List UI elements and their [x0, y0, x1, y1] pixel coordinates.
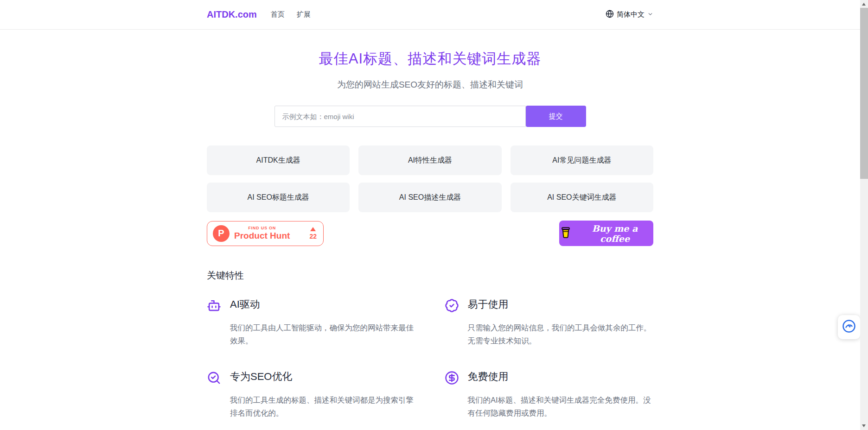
generator-buttons: AITDK生成器 AI特性生成器 AI常见问题生成器 AI SEO标题生成器 A… [207, 145, 653, 212]
extension-float-widget[interactable] [838, 315, 860, 339]
submit-button[interactable]: 提交 [526, 106, 586, 127]
hero-section: 最佳AI标题、描述和关键词生成器 为您的网站生成SEO友好的标题、描述和关键词 … [207, 49, 653, 246]
nav-item-extension[interactable]: 扩展 [297, 10, 311, 19]
badges-row: P FIND US ON Product Hunt 22 [207, 221, 653, 246]
scrollbar-thumb[interactable] [860, 8, 868, 179]
buy-me-a-coffee-label: Buy me a coffee [576, 223, 653, 244]
feature-easy-to-use: 易于使用 只需输入您的网站信息，我们的工具会做其余的工作。无需专业技术知识。 [445, 297, 654, 348]
features-grid: AI驱动 我们的工具由人工智能驱动，确保为您的网站带来最佳效果。 易于使用 只需… [207, 297, 653, 420]
feature-title: 免费使用 [468, 370, 654, 387]
feature-title: AI驱动 [230, 297, 416, 315]
feature-description: 只需输入您的网站信息，我们的工具会做其余的工作。无需专业技术知识。 [468, 321, 654, 348]
coffee-cup-icon [559, 226, 572, 241]
feature-title: 易于使用 [468, 297, 654, 315]
features-section: 关键特性 AI驱动 我们的工具由人工智能驱动，确保为您的网站带来最佳效果。 [207, 269, 653, 430]
product-hunt-badge[interactable]: P FIND US ON Product Hunt 22 [207, 221, 324, 246]
feature-seo-optimized: 专为SEO优化 我们的工具生成的标题、描述和关键词都是为搜索引擎排名而优化的。 [207, 370, 416, 420]
scrollbar-up-arrow-icon[interactable] [862, 3, 866, 6]
top-navbar: AITDK.com 首页 扩展 简体中文 [0, 0, 860, 30]
upvote-count: 22 [309, 233, 317, 240]
generator-button-seo-description[interactable]: AI SEO描述生成器 [358, 183, 501, 212]
page-subtitle: 为您的网站生成SEO友好的标题、描述和关键词 [207, 79, 653, 91]
vertical-scrollbar[interactable] [860, 0, 868, 430]
feature-description: 我们的工具由人工智能驱动，确保为您的网站带来最佳效果。 [230, 321, 416, 348]
feature-description: 我们的AI标题、描述和关键词生成器完全免费使用。没有任何隐藏费用或费用。 [468, 393, 654, 420]
chevron-down-icon [647, 11, 653, 19]
dollar-circle-icon [445, 370, 468, 387]
generator-button-faq[interactable]: AI常见问题生成器 [511, 145, 653, 175]
feature-free-to-use: 免费使用 我们的AI标题、描述和关键词生成器完全免费使用。没有任何隐藏费用或费用… [445, 370, 654, 420]
generator-button-seo-keywords[interactable]: AI SEO关键词生成器 [511, 183, 653, 212]
generator-button-seo-title[interactable]: AI SEO标题生成器 [207, 183, 350, 212]
bot-icon [207, 297, 230, 315]
generator-input-row: 提交 [274, 106, 586, 127]
main-nav: 首页 扩展 [271, 10, 311, 19]
globe-icon [606, 10, 614, 20]
scrollbar-down-arrow-icon[interactable] [862, 424, 866, 427]
feature-ai-powered: AI驱动 我们的工具由人工智能驱动，确保为您的网站带来最佳效果。 [207, 297, 416, 348]
site-logo[interactable]: AITDK.com [207, 9, 257, 20]
page-viewport: AITDK.com 首页 扩展 简体中文 [0, 0, 868, 430]
text-input[interactable] [274, 106, 526, 127]
features-heading: 关键特性 [207, 269, 653, 282]
extension-icon [842, 319, 856, 335]
generator-button-features[interactable]: AI特性生成器 [358, 145, 501, 175]
generator-button-aitdk[interactable]: AITDK生成器 [207, 145, 350, 175]
nav-item-home[interactable]: 首页 [271, 10, 285, 19]
product-hunt-upvote: 22 [309, 227, 317, 240]
language-label: 简体中文 [617, 10, 645, 19]
feature-title: 专为SEO优化 [230, 370, 416, 387]
page-title: 最佳AI标题、描述和关键词生成器 [207, 49, 653, 69]
badge-check-icon [445, 297, 468, 315]
buy-me-a-coffee-button[interactable]: Buy me a coffee [559, 221, 653, 246]
product-hunt-tagline: FIND US ON [234, 226, 290, 230]
upvote-arrow-icon [310, 227, 316, 231]
product-hunt-name: Product Hunt [234, 231, 290, 241]
feature-description: 我们的工具生成的标题、描述和关键词都是为搜索引擎排名而优化的。 [230, 393, 416, 420]
product-hunt-logo-icon: P [213, 225, 230, 242]
search-check-icon [207, 370, 230, 387]
language-selector[interactable]: 简体中文 [606, 10, 653, 20]
